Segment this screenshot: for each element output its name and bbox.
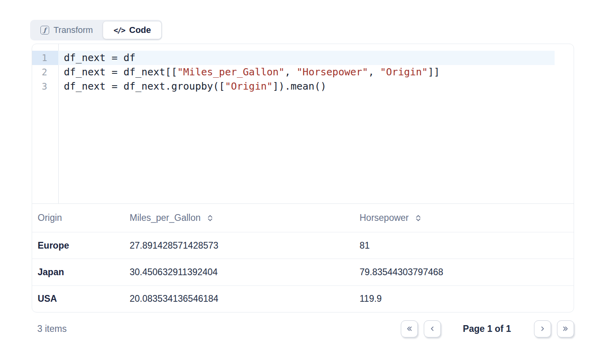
table-header-row: Origin Miles_per_Gallon Horsepower <box>32 203 574 232</box>
tab-code[interactable]: </> Code <box>103 21 161 39</box>
double-chevron-left-icon <box>404 324 414 333</box>
view-tabbar: ƒ Transform </> Code <box>30 20 162 40</box>
column-header-label: Horsepower <box>360 213 409 223</box>
code-brackets-icon: </> <box>113 26 124 34</box>
function-icon: ƒ <box>40 26 49 34</box>
cell-miles-per-gallon: 30.450632911392404 <box>130 267 360 278</box>
code-token: df_next = df_next[[ <box>64 66 177 78</box>
tab-transform-label: Transform <box>54 25 93 35</box>
tab-code-label: Code <box>129 25 151 35</box>
first-page-button[interactable] <box>401 320 418 337</box>
items-count: 3 items <box>32 324 67 334</box>
chevron-left-icon <box>427 324 437 333</box>
sort-icon[interactable] <box>414 214 422 222</box>
line-number: 2 <box>32 65 58 79</box>
cell-miles-per-gallon: 20.083534136546184 <box>130 293 360 304</box>
cell-miles-per-gallon: 27.891428571428573 <box>130 240 360 251</box>
result-table: Origin Miles_per_Gallon Horsepower <box>32 203 574 312</box>
string-token: "Horsepower" <box>297 66 368 78</box>
column-header-label: Miles_per_Gallon <box>130 213 201 223</box>
code-token: df_next = df <box>64 52 136 63</box>
table-row: USA 20.083534136546184 119.9 <box>32 285 574 312</box>
previous-page-button[interactable] <box>424 320 441 337</box>
tab-transform[interactable]: ƒ Transform <box>30 21 103 39</box>
cell-horsepower: 79.83544303797468 <box>360 267 574 278</box>
code-token: df_next = df_next.groupby([ <box>64 80 225 92</box>
pagination: Page 1 of 1 <box>401 320 574 337</box>
column-header-horsepower[interactable]: Horsepower <box>360 213 574 223</box>
string-token: "Miles_per_Gallon" <box>177 66 285 78</box>
next-page-button[interactable] <box>534 320 551 337</box>
page-indicator: Page 1 of 1 <box>463 324 511 334</box>
line-number: 1 <box>32 51 58 65</box>
code-line[interactable]: 3 df_next = df_next.groupby(["Origin"]).… <box>32 79 574 94</box>
code-token: ]).mean() <box>273 80 326 92</box>
cell-origin: Japan <box>32 267 130 278</box>
table-row: Europe 27.891428571428573 81 <box>32 232 574 259</box>
cell-origin: USA <box>32 293 130 304</box>
sort-icon[interactable] <box>206 214 214 222</box>
double-chevron-right-icon <box>561 324 570 333</box>
table-footer: 3 items Page 1 of 1 <box>32 312 574 345</box>
chevron-right-icon <box>538 324 547 333</box>
string-token: "Origin" <box>380 66 428 78</box>
code-line[interactable]: 1 df_next = df <box>32 51 574 65</box>
table-row: Japan 30.450632911392404 79.835443037974… <box>32 259 574 285</box>
cell-horsepower: 81 <box>360 240 574 251</box>
string-token: "Origin" <box>225 80 272 92</box>
code-editor[interactable]: 1 df_next = df 2 df_next = df_next[["Mil… <box>32 44 574 203</box>
column-header-miles-per-gallon[interactable]: Miles_per_Gallon <box>130 213 360 223</box>
column-header-origin: Origin <box>32 213 130 223</box>
code-and-result-panel: 1 df_next = df 2 df_next = df_next[["Mil… <box>32 44 574 312</box>
cell-horsepower: 119.9 <box>360 293 574 304</box>
last-page-button[interactable] <box>557 320 574 337</box>
code-token: , <box>285 66 297 78</box>
code-token: ]] <box>428 66 440 78</box>
line-number: 3 <box>32 79 58 94</box>
code-token: , <box>368 66 380 78</box>
cell-origin: Europe <box>32 240 130 251</box>
code-line[interactable]: 2 df_next = df_next[["Miles_per_Gallon",… <box>32 65 574 79</box>
column-header-label: Origin <box>38 213 62 223</box>
